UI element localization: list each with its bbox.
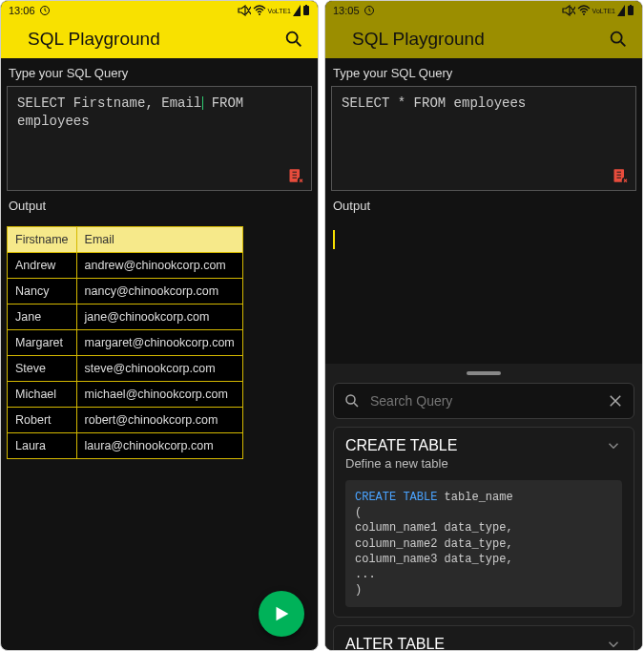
svg-point-9	[583, 13, 585, 15]
status-bar: 13:06 VoLTE1	[1, 1, 318, 20]
clear-query-icon[interactable]	[288, 167, 305, 184]
table-row: Janejane@chinookcorp.com	[8, 304, 243, 330]
card-title: CREATE TABLE	[345, 437, 457, 454]
col-header: Firstname	[8, 227, 77, 253]
wifi-icon	[253, 5, 266, 16]
svg-point-12	[612, 32, 622, 43]
table-row: Andrewandrew@chinookcorp.com	[8, 253, 243, 279]
phone-right: 13:05 VoLTE1 SQL Playground Type your SQ…	[324, 0, 643, 651]
table-row: Michaelmichael@chinookcorp.com	[8, 382, 243, 408]
output-cursor	[333, 230, 335, 249]
signal-icon	[293, 5, 301, 16]
battery-icon	[627, 5, 634, 16]
svg-rect-3	[305, 5, 307, 6]
output-label: Output	[1, 191, 318, 219]
code-block: CREATE TABLE table_name ( column_name1 d…	[345, 480, 622, 607]
network-label: VoLTE1	[268, 8, 291, 14]
sql-input[interactable]: SELECT Firstname, Email FROMemployees	[7, 86, 312, 191]
svg-rect-2	[303, 6, 309, 15]
chevron-down-icon[interactable]	[605, 636, 622, 651]
table-row: Robertrobert@chinookcorp.com	[8, 408, 243, 433]
svg-point-16	[346, 395, 355, 404]
search-input[interactable]	[370, 393, 597, 409]
search-row[interactable]	[333, 383, 634, 419]
sync-icon	[39, 5, 51, 16]
status-time: 13:06	[9, 5, 35, 16]
close-icon[interactable]	[607, 392, 624, 410]
table-row: Stevesteve@chinookcorp.com	[8, 356, 243, 382]
app-bar: SQL Playground	[325, 20, 642, 58]
sql-input[interactable]: SELECT * FROM employees	[331, 86, 636, 191]
table-row: Margaretmargaret@chinookcorp.com	[8, 330, 243, 356]
battery-icon	[302, 5, 310, 16]
app-title: SQL Playground	[352, 29, 485, 50]
query-sheet[interactable]: CREATE TABLE Define a new table CREATE T…	[325, 364, 642, 650]
phone-left: 13:06 VoLTE1 SQL Playground Type your SQ…	[0, 0, 319, 651]
app-title: SQL Playground	[28, 29, 160, 50]
sync-icon	[364, 5, 375, 16]
chevron-down-icon[interactable]	[605, 437, 622, 454]
status-icons: VoLTE1	[238, 5, 310, 16]
app-bar: SQL Playground	[1, 20, 318, 58]
svg-rect-11	[630, 5, 632, 6]
sheet-handle[interactable]	[467, 371, 501, 375]
query-card-create-table[interactable]: CREATE TABLE Define a new table CREATE T…	[333, 427, 634, 618]
output-label: Output	[325, 191, 642, 219]
table-row: Lauralaura@chinookcorp.com	[8, 433, 243, 459]
run-button[interactable]	[259, 591, 304, 637]
signal-icon	[617, 5, 625, 16]
svg-line-17	[354, 403, 358, 407]
status-time: 13:05	[333, 5, 360, 16]
wifi-icon	[577, 5, 591, 16]
card-title: ALTER TABLE	[345, 636, 486, 651]
mute-icon	[562, 5, 575, 16]
clear-query-icon[interactable]	[613, 167, 630, 184]
svg-line-5	[297, 42, 301, 47]
result-table: Firstname Email Andrewandrew@chinookcorp…	[7, 226, 243, 459]
query-label: Type your SQL Query	[325, 58, 642, 86]
search-icon[interactable]	[283, 29, 304, 50]
status-bar: 13:05 VoLTE1	[325, 1, 642, 20]
svg-rect-10	[628, 6, 634, 15]
network-label: VoLTE1	[592, 8, 615, 14]
svg-point-4	[287, 32, 298, 43]
search-icon	[343, 392, 361, 410]
svg-point-1	[259, 13, 260, 15]
card-subtitle: Define a new table	[345, 456, 457, 471]
svg-line-13	[621, 42, 626, 47]
status-icons: VoLTE1	[562, 5, 634, 16]
query-card-alter-table[interactable]: ALTER TABLE Modifies a table definition	[333, 625, 634, 651]
output-area: Firstname Email Andrewandrew@chinookcorp…	[1, 219, 318, 650]
search-icon[interactable]	[608, 29, 629, 50]
play-icon	[271, 603, 292, 624]
mute-icon	[238, 5, 251, 16]
query-label: Type your SQL Query	[1, 58, 318, 86]
col-header: Email	[76, 227, 242, 253]
table-row: Nancynancy@chinookcorp.com	[8, 279, 243, 304]
